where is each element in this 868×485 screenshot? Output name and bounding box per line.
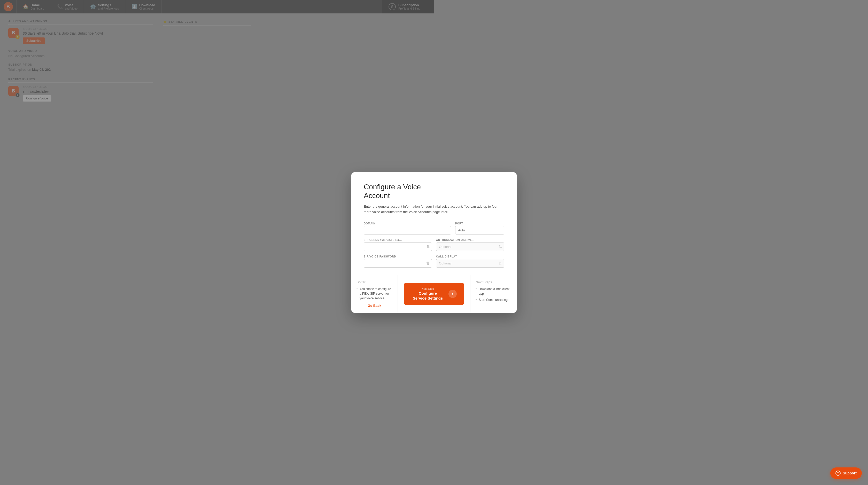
sip-auth-row: SIP USERNAME/CALL EX... ⇅ AUTHORIZATION … (364, 238, 434, 243)
modal-title-line1: Configure a Voice (364, 183, 421, 191)
modal-title: Configure a Voice Account (364, 183, 434, 200)
configure-voice-modal: Configure a Voice Account Enter the gene… (351, 172, 434, 243)
domain-label: DOMAIN (364, 222, 434, 225)
domain-group: DOMAIN (364, 222, 434, 234)
modal-title-line2: Account (364, 192, 390, 200)
domain-port-row: DOMAIN PORT (364, 222, 434, 234)
sip-username-group: SIP USERNAME/CALL EX... ⇅ (364, 238, 432, 243)
modal-overlay: Configure a Voice Account Enter the gene… (0, 0, 434, 243)
modal-subtitle: Enter the general account information fo… (364, 204, 434, 215)
domain-input[interactable] (364, 226, 434, 234)
sip-username-label: SIP USERNAME/CALL EX... (364, 238, 432, 241)
modal-body: Configure a Voice Account Enter the gene… (351, 172, 434, 243)
